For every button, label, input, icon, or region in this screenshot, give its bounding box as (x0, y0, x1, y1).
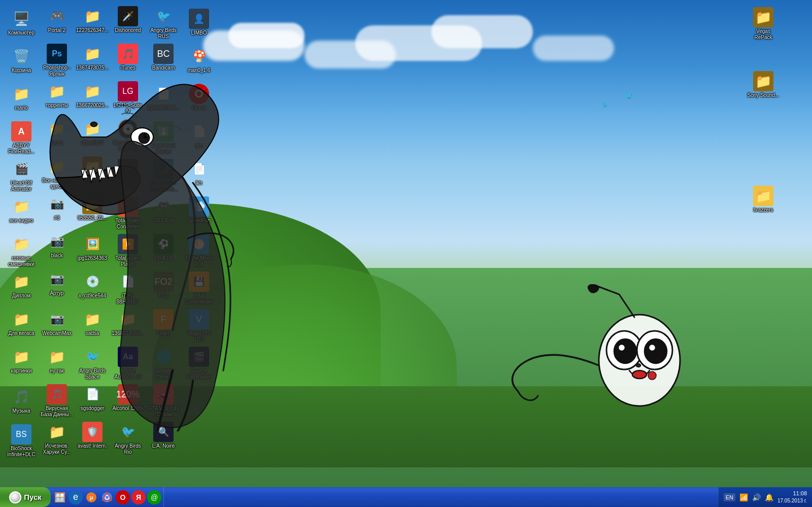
icon-portal2[interactable]: 🎮 Portal 2 (40, 4, 74, 41)
icon-tothemoon[interactable]: 🌕 To the Moon Rus (182, 232, 216, 268)
icon-label: Total Video Player (112, 255, 144, 267)
icon-steam[interactable]: 🎮 Steam (111, 157, 145, 193)
icon-sadsa[interactable]: 📁 sadsa (75, 307, 110, 344)
tray-clock[interactable]: 11:08 17.05.2013 г. (777, 490, 807, 504)
start-button[interactable]: Пуск (0, 487, 51, 507)
icon-artur[interactable]: 📷 Артур (40, 267, 74, 303)
icon-x_cd9[interactable]: 💿 x_cd9ce544 (75, 269, 110, 306)
icon-file7[interactable]: 📁 953550_02... (75, 192, 110, 228)
icon-file1[interactable]: 📄 1368082396... (146, 82, 181, 118)
ql-show-desktop[interactable]: 🪟 (53, 490, 67, 504)
icon-label: Ulead Gif Animator (5, 180, 38, 192)
icon-itunes[interactable]: 🎵 iTunes (111, 42, 145, 78)
icon-mario[interactable]: 📁 mario (4, 82, 39, 118)
icon-vegaspro[interactable]: V Vegas Pro 10.0 (182, 307, 216, 344)
icon-vegasrepack[interactable]: 📁 Vegas RePack (746, 5, 781, 42)
ql-email[interactable]: @ (147, 490, 161, 504)
icon-label: LIMBO (191, 30, 207, 36)
icon-vsevideo[interactable]: 📁 все видео (4, 194, 39, 231)
icon-label: sadsa (86, 330, 99, 336)
icon-brazzers[interactable]: 📁 brazzers (746, 184, 781, 220)
icon-label: L.A. Noire (152, 443, 175, 449)
icon-bioshock[interactable]: BS BioShock Infinite+DLC (4, 422, 39, 459)
icon-file4[interactable]: 📁 1367473075... (75, 42, 110, 78)
icon-label: Vegas RePack (747, 28, 780, 41)
icon-aa8127[interactable]: 📁 00xa8127 (75, 117, 110, 153)
svg-point-10 (645, 339, 667, 363)
icon-lkh[interactable]: 📄 lkh (182, 157, 216, 193)
icon-webcammax[interactable]: 📷 WebcamMax (40, 307, 74, 344)
icon-tvplayer[interactable]: ▶️ Total Video Player (111, 232, 145, 268)
icon-jpg[interactable]: 🖼️ jpg12634363 (75, 232, 110, 268)
icon-gtn[interactable]: 📄 gtn (182, 119, 216, 156)
icon-sonysound[interactable]: 📁 Sony Sound... (746, 69, 781, 106)
icon-totalcommander[interactable]: 💾 Total Commander (182, 269, 216, 306)
tray-notifications[interactable]: 🔔 (765, 493, 773, 501)
icon-dlyvegasa[interactable]: 📁 Для вегаса (4, 307, 39, 344)
icon-vsenaydete[interactable]: 📁 Все найдёте здесь (40, 154, 74, 191)
icon-label: Portal 2 (48, 27, 65, 33)
icon-file6[interactable]: 📁 104_3335... (75, 154, 110, 191)
icon-angrybirdsrio[interactable]: 🐦 Angry Birds Rio (111, 420, 145, 456)
icon-tvconv[interactable]: 🎬 Total Video Converter (111, 194, 145, 231)
icon-diplom[interactable]: 📁 Диплом (4, 269, 39, 306)
ql-yandex[interactable]: Я (131, 490, 146, 504)
icon-file3[interactable]: 📁 1368074543... (111, 307, 145, 344)
icon-torrent[interactable]: 📁 торренты (40, 79, 74, 116)
icon-dishonored[interactable]: 🗡️ Dishonored (111, 4, 145, 41)
icon-lgpcsuite[interactable]: LG LG PC Suite IV (111, 79, 145, 116)
icon-computer[interactable]: 🖥️ Компьютер (4, 7, 39, 43)
ql-utorrent[interactable]: μ (84, 490, 98, 504)
icon-label: gtn (195, 143, 202, 149)
icon-label: 953550_02... (78, 215, 107, 221)
icon-googlechrome[interactable]: 🌐 Google Chrome (146, 345, 181, 381)
icon-viruchbaza[interactable]: 🎵 Вирусная База Данны... (40, 382, 74, 419)
tray-volume[interactable]: 🔊 (752, 493, 761, 501)
icon-sourcefilm[interactable]: 🎬 Source Filmmaker (182, 345, 216, 381)
icon-ds3tool[interactable]: 🎮 DS3 Tool (146, 194, 181, 231)
tray-network[interactable]: 📶 (739, 493, 748, 501)
icon-black[interactable]: 📷 black (40, 229, 74, 266)
icon-bandicam[interactable]: BC Bandicam (146, 42, 181, 78)
ql-opera[interactable]: O (116, 490, 130, 504)
icon-neroburn[interactable]: 💿 Nero Burning ROM 11 (111, 117, 145, 153)
icon-music[interactable]: 🎵 Музыка (4, 385, 39, 421)
icon-file5[interactable]: 📁 1366720025... (75, 79, 110, 116)
icon-file2[interactable]: 📁 1227626347... (75, 4, 110, 41)
icon-adobeaudition[interactable]: Aa Adobe Audition 1.5 (111, 345, 145, 381)
tray-language[interactable]: EN (724, 493, 735, 501)
icon-label: Vegas Pro 10.0 (183, 330, 215, 343)
icon-mario2[interactable]: 🍄 man0_1.6 (182, 44, 216, 81)
icon-gtavice[interactable]: 🚗 GTA Vice City - Deluxe (146, 382, 181, 419)
icon-foto[interactable]: 📁 фото (40, 117, 74, 153)
icon-sgsdogger[interactable]: 📄 sgsdogger (75, 382, 110, 419)
icon-photoshop[interactable]: Ps Photoshop - Ярлык (40, 42, 74, 78)
icon-alcohol[interactable]: 120% Alcohol 120% (111, 382, 145, 419)
icon-label: Total Video Converter (112, 218, 144, 230)
icon-i70r[interactable]: 📄 i70R-88HU3BY (111, 269, 145, 306)
icon-dreamfall[interactable]: 🌙 Dreamfall – Бесконечн... (146, 157, 181, 193)
icon-dlmaster[interactable]: ⬇️ Download Master (146, 119, 181, 156)
ql-chrome[interactable] (100, 490, 114, 504)
icon-num3[interactable]: 📷 #3 (40, 192, 74, 228)
icon-limbo[interactable]: 👤 LIMBO (182, 7, 216, 43)
icon-speedfan[interactable]: 💨 SpeedFan (182, 194, 216, 231)
desktop: 🖥️ Компьютер 🗑️ Корзина 📁 mario A ABBYY … (0, 0, 812, 487)
icon-avast[interactable]: 🛡️ avast! Intern. (75, 420, 110, 456)
icon-label: sgsdogger (81, 405, 105, 412)
icon-gotovye[interactable]: 📁 готовые смешнявки (4, 232, 39, 268)
icon-korzina[interactable]: 🗑️ Корзина (4, 44, 39, 81)
icon-nutak[interactable]: 📁 ну так (40, 345, 74, 381)
icon-kartinki[interactable]: 📁 картинки (4, 345, 39, 381)
icon-ischeznov[interactable]: 📁 Исчезнов. Харуки Су... (40, 420, 74, 456)
icon-fraps[interactable]: F Fraps (146, 307, 181, 344)
ql-ie[interactable]: e (69, 490, 83, 504)
icon-fo2[interactable]: FO2 FO2 (146, 269, 181, 306)
icon-lanoire[interactable]: 🔍 L.A. Noire (146, 420, 181, 456)
icon-fifa16[interactable]: ⚽ FIFA 16 (146, 232, 181, 268)
icon-angrybirdsrus[interactable]: 🐦 Angry Birds RUS (146, 4, 181, 41)
icon-opera[interactable]: O Opera (182, 82, 216, 118)
icon-angrybirdsspace[interactable]: 🐦 Angry Birds Space (75, 345, 110, 381)
icon-abbyy[interactable]: A ABBYY FineRead... (4, 119, 39, 156)
icon-ulead[interactable]: 🎬 Ulead Gif Animator (4, 157, 39, 193)
